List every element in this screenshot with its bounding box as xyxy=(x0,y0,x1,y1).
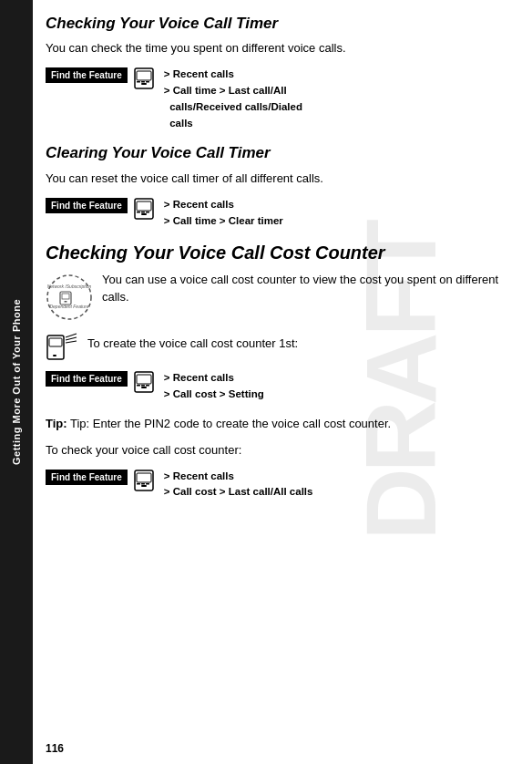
find-feature-label-4: Find the Feature xyxy=(46,470,128,485)
nav-path-1: > Recent calls> Call time > Last call/Al… xyxy=(164,67,302,131)
phone-icon-2 xyxy=(133,198,159,220)
svg-rect-32 xyxy=(141,485,147,487)
svg-rect-25 xyxy=(137,375,151,384)
find-feature-row-4: Find the Feature > Recent calls> Call co… xyxy=(46,469,516,501)
svg-line-21 xyxy=(66,334,77,337)
sub-instruction-1: To create the voice call cost counter 1s… xyxy=(87,330,298,353)
svg-rect-4 xyxy=(141,81,145,83)
section-heading-clearing-timer: Clearing Your Voice Call Timer xyxy=(46,144,516,162)
svg-rect-5 xyxy=(146,81,149,83)
body-text-cost-counter: You can use a voice call cost counter to… xyxy=(102,272,516,306)
svg-rect-2 xyxy=(141,83,147,85)
body-text-clearing-timer: You can reset the voice call timer of al… xyxy=(46,170,516,188)
find-feature-row-2: Find the Feature > Recent calls> Call ti… xyxy=(46,197,516,230)
sub-instruction-2: To check your voice call cost counter: xyxy=(46,442,516,459)
find-feature-label-1: Find the Feature xyxy=(46,67,128,83)
svg-rect-29 xyxy=(146,385,149,387)
phone-icon-3 xyxy=(133,371,159,393)
main-content: DRAFT Checking Your Voice Call Timer You… xyxy=(33,0,532,764)
svg-rect-19 xyxy=(49,338,62,346)
sidebar-label: Getting More Out of Your Phone xyxy=(11,299,22,465)
nav-path-3: > Recent calls> Call cost > Setting xyxy=(164,370,264,403)
svg-rect-26 xyxy=(141,387,147,388)
svg-rect-35 xyxy=(146,483,149,485)
svg-line-22 xyxy=(66,337,77,340)
svg-rect-10 xyxy=(141,212,145,213)
svg-rect-27 xyxy=(137,385,140,387)
svg-rect-31 xyxy=(137,473,151,482)
svg-rect-33 xyxy=(137,483,140,485)
phone-antenna-row: To create the voice call cost counter 1s… xyxy=(46,330,516,363)
svg-rect-20 xyxy=(53,355,56,356)
svg-text:Network /Subscription: Network /Subscription xyxy=(47,284,92,289)
svg-rect-28 xyxy=(141,385,145,387)
phone-icon-4 xyxy=(133,470,159,491)
svg-rect-34 xyxy=(141,483,145,485)
find-feature-label-2: Find the Feature xyxy=(46,198,128,213)
find-feature-row-1: Find the Feature > Recent calls> Call ti… xyxy=(46,67,516,131)
svg-rect-8 xyxy=(141,213,147,215)
svg-rect-16 xyxy=(62,294,69,299)
section-heading-cost-counter: Checking Your Voice Call Cost Counter xyxy=(46,242,516,264)
section-heading-checking-timer: Checking Your Voice Call Timer xyxy=(46,15,516,33)
find-feature-label-3: Find the Feature xyxy=(46,371,128,387)
body-text-checking-timer: You can check the time you spent on diff… xyxy=(46,40,516,57)
nav-path-2: > Recent calls> Call time > Clear timer xyxy=(164,197,283,230)
page-number: 116 xyxy=(46,742,64,755)
svg-line-23 xyxy=(66,341,77,343)
phone-icon-1 xyxy=(133,67,159,89)
tip-text: Tip: Tip: Enter the PIN2 code to create … xyxy=(46,416,516,433)
phone-antenna-icon xyxy=(46,330,78,363)
svg-rect-7 xyxy=(137,201,151,211)
sidebar: Getting More Out of Your Phone xyxy=(0,0,33,764)
content-inner: Checking Your Voice Call Timer You can c… xyxy=(46,15,516,501)
svg-rect-3 xyxy=(137,81,140,83)
network-subscription-icon: Network /Subscription Dependent Feature xyxy=(46,274,93,321)
svg-rect-9 xyxy=(137,212,140,213)
svg-rect-11 xyxy=(146,212,149,213)
svg-rect-17 xyxy=(65,301,67,303)
find-feature-row-3: Find the Feature > Recent calls> Call co… xyxy=(46,370,516,403)
svg-rect-1 xyxy=(137,71,151,80)
nav-path-4: > Recent calls> Call cost > Last call/Al… xyxy=(164,469,313,501)
